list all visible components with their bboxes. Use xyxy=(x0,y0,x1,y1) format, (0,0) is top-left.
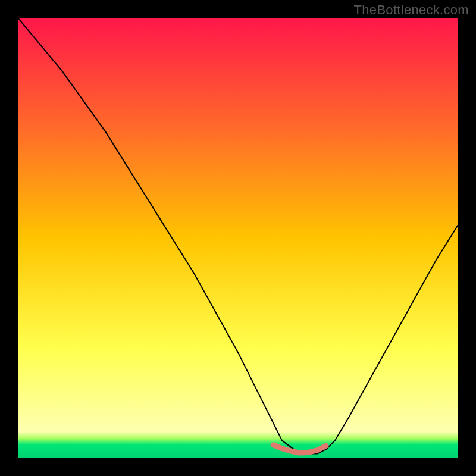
chart-container: TheBottleneck.com xyxy=(0,0,476,476)
watermark-text: TheBottleneck.com xyxy=(354,2,469,18)
plot-area xyxy=(18,18,458,458)
chart-svg xyxy=(18,18,458,458)
chart-background xyxy=(18,18,458,458)
